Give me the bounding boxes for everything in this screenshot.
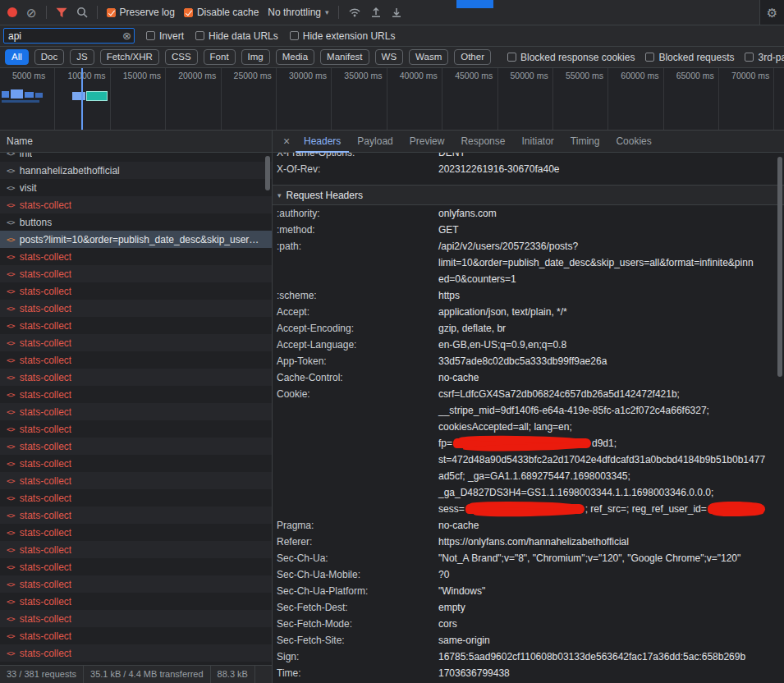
throttling-select[interactable]: No throttling ▾: [268, 7, 328, 18]
request-row[interactable]: <>stats-collect: [0, 317, 272, 334]
search-button[interactable]: [76, 7, 88, 18]
request-row[interactable]: <>stats-collect: [0, 438, 272, 455]
code-file-icon: <>: [7, 391, 15, 399]
request-row[interactable]: <>stats-collect: [0, 403, 272, 420]
request-name: stats-collect: [20, 579, 71, 590]
request-row[interactable]: <>buttons: [0, 213, 272, 231]
type-filter-js[interactable]: JS: [70, 49, 94, 65]
header-row: Pragma:no-cache: [273, 517, 784, 534]
request-row[interactable]: <>stats-collect: [0, 575, 272, 593]
request-name: stats-collect: [20, 493, 71, 504]
blocked-requests-checkbox[interactable]: Blocked requests: [645, 52, 734, 63]
request-row[interactable]: <>stats-collect: [0, 558, 272, 575]
type-filter-other[interactable]: Other: [454, 49, 491, 65]
request-row[interactable]: <>stats-collect: [0, 300, 272, 317]
type-filter-media[interactable]: Media: [276, 49, 314, 65]
request-row[interactable]: <>stats-collect: [0, 455, 272, 472]
type-filter-all[interactable]: All: [5, 49, 29, 65]
request-row[interactable]: <>stats-collect: [0, 282, 272, 300]
tab-initiator[interactable]: Initiator: [513, 131, 562, 153]
code-file-icon: <>: [7, 322, 15, 330]
header-row: Sec-Ch-Ua-Platform:"Windows": [273, 583, 784, 599]
type-filter-fetch-xhr[interactable]: Fetch/XHR: [100, 49, 159, 65]
request-row[interactable]: <>visit: [0, 179, 272, 196]
request-row[interactable]: <>stats-collect: [0, 489, 272, 507]
invert-checkbox[interactable]: Invert: [146, 30, 184, 42]
request-row[interactable]: <>stats-collect: [0, 524, 272, 541]
preserve-log-label: Preserve log: [120, 7, 175, 18]
export-har-icon: [391, 7, 402, 18]
toolbar-divider: [46, 6, 47, 19]
close-icon[interactable]: ×: [277, 135, 296, 148]
clear-network-log-button[interactable]: ⊘: [26, 7, 37, 19]
tab-response[interactable]: Response: [452, 131, 513, 153]
request-row[interactable]: <>stats-collect: [0, 420, 272, 438]
scrollbar-thumb[interactable]: [777, 157, 782, 377]
tab-payload[interactable]: Payload: [349, 131, 401, 153]
request-row[interactable]: <>stats-collect: [0, 196, 272, 213]
export-har-button[interactable]: [391, 7, 402, 18]
hide-data-urls-checkbox[interactable]: Hide data URLs: [195, 30, 278, 42]
request-row[interactable]: <>stats-collect: [0, 507, 272, 524]
headers-content: X-Frame-Options:DENYX-Of-Rev:20231226191…: [273, 153, 784, 683]
filter-toggle-button[interactable]: [56, 7, 67, 18]
tab-preview[interactable]: Preview: [401, 131, 453, 153]
type-filter-ws[interactable]: WS: [375, 49, 404, 65]
request-row[interactable]: <>stats-collect: [0, 662, 272, 665]
request-row[interactable]: <>stats-collect: [0, 541, 272, 558]
timeline-label: 55000 ms: [566, 71, 607, 80]
header-name: Sec-Ch-Ua-Mobile:: [277, 566, 438, 583]
request-row[interactable]: <>stats-collect: [0, 644, 272, 662]
type-filter-wasm[interactable]: Wasm: [409, 49, 448, 65]
tab-cookies[interactable]: Cookies: [607, 131, 659, 153]
tab-timing[interactable]: Timing: [562, 131, 608, 153]
disable-cache-checkbox[interactable]: Disable cache: [184, 7, 259, 18]
preserve-log-checkbox[interactable]: Preserve log: [107, 7, 175, 18]
request-row[interactable]: <>stats-collect: [0, 386, 272, 403]
code-file-icon: <>: [7, 167, 15, 175]
column-header-name[interactable]: Name: [0, 131, 272, 153]
type-filter-manifest[interactable]: Manifest: [320, 49, 369, 65]
type-filter-css[interactable]: CSS: [165, 49, 198, 65]
network-overview-timeline[interactable]: 5000 ms10000 ms15000 ms20000 ms25000 ms3…: [0, 68, 784, 131]
type-filter-doc[interactable]: Doc: [34, 49, 64, 65]
request-row[interactable]: <>stats-collect: [0, 265, 272, 282]
settings-button[interactable]: ⚙: [759, 0, 784, 25]
header-name: App-Token:: [277, 353, 438, 369]
request-row[interactable]: <>stats-collect: [0, 472, 272, 489]
request-row[interactable]: <>posts?limit=10&order=publish_date_desc…: [0, 231, 272, 248]
request-row[interactable]: <>stats-collect: [0, 627, 272, 644]
headers-scrollbar[interactable]: [776, 153, 784, 683]
clear-filter-icon[interactable]: ⊗: [122, 30, 131, 41]
network-conditions-button[interactable]: [348, 7, 361, 17]
hide-extension-urls-checkbox[interactable]: Hide extension URLs: [290, 30, 396, 42]
filter-text-input[interactable]: [7, 30, 122, 42]
filter-input[interactable]: ⊗: [3, 28, 135, 44]
request-row[interactable]: <>init: [0, 153, 272, 162]
code-file-icon: <>: [7, 425, 15, 433]
header-row: Cache-Control:no-cache: [273, 369, 784, 386]
request-row[interactable]: <>hannahelizabethofficial: [0, 162, 272, 179]
request-row[interactable]: <>stats-collect: [0, 593, 272, 610]
redaction-scribble: [453, 438, 591, 448]
type-filter-img[interactable]: Img: [241, 49, 270, 65]
request-row[interactable]: <>stats-collect: [0, 248, 272, 265]
scrollbar-thumb[interactable]: [265, 156, 270, 190]
request-name: stats-collect: [20, 251, 71, 263]
request-row[interactable]: <>stats-collect: [0, 369, 272, 386]
request-headers-section-header[interactable]: ▾ Request Headers: [273, 185, 784, 205]
request-list-scrollbar[interactable]: [264, 154, 272, 665]
tab-headers[interactable]: Headers: [296, 131, 349, 153]
request-row[interactable]: <>stats-collect: [0, 610, 272, 627]
code-file-icon: <>: [7, 598, 15, 606]
request-row[interactable]: <>stats-collect: [0, 351, 272, 369]
blocked-response-cookies-checkbox[interactable]: Blocked response cookies: [507, 52, 635, 63]
request-row[interactable]: <>stats-collect: [0, 334, 272, 351]
header-name: Sec-Ch-Ua:: [277, 550, 438, 566]
type-filter-font[interactable]: Font: [204, 49, 236, 65]
import-har-button[interactable]: [370, 7, 382, 18]
third-party-requests-checkbox[interactable]: 3rd-party requests: [745, 52, 784, 63]
code-file-icon: <>: [7, 287, 15, 296]
record-button[interactable]: [7, 7, 17, 17]
search-icon: [76, 7, 88, 18]
